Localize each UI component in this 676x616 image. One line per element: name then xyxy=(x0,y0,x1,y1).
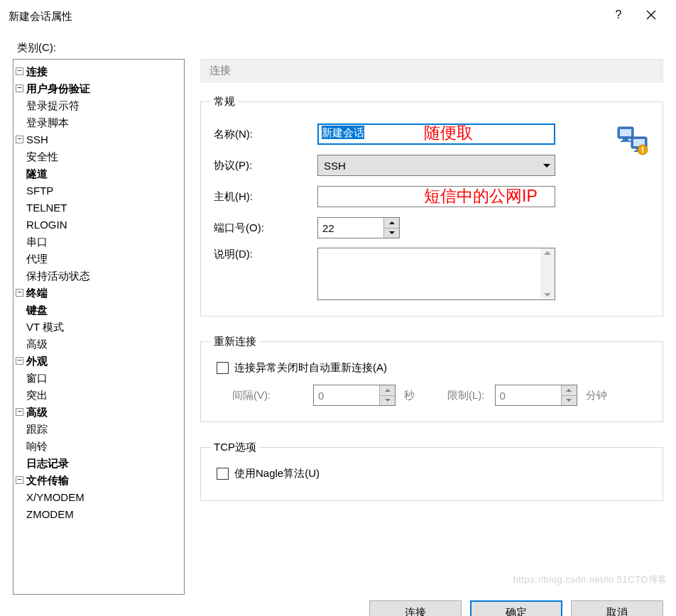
ok-button[interactable]: 确定 xyxy=(470,600,562,616)
interval-value xyxy=(314,385,379,405)
port-stepper[interactable] xyxy=(317,217,400,238)
nagle-label: 使用Nagle算法(U) xyxy=(234,467,320,480)
tree-ssh[interactable]: SSH xyxy=(26,134,48,145)
tree-tunnel[interactable]: 隧道 xyxy=(26,168,48,179)
protocol-select[interactable]: SSH xyxy=(317,155,555,176)
protocol-label: 协议(P): xyxy=(211,159,317,172)
group-reconnect-legend: 重新连接 xyxy=(211,335,259,348)
spin-up-icon xyxy=(562,385,577,396)
name-label: 名称(N): xyxy=(211,128,317,141)
spin-up-icon xyxy=(380,385,395,396)
tree-zmodem[interactable]: ZMODEM xyxy=(26,509,74,519)
group-general: 常规 xyxy=(200,95,663,317)
category-label: 类别(C): xyxy=(17,41,663,55)
chevron-down-icon xyxy=(543,164,550,167)
expand-icon[interactable] xyxy=(16,67,23,75)
spin-down-icon[interactable] xyxy=(384,229,399,238)
limit-unit: 分钟 xyxy=(586,389,607,402)
tree-login-prompt[interactable]: 登录提示符 xyxy=(26,100,80,111)
tree-terminal[interactable]: 终端 xyxy=(26,287,48,298)
scrollbar[interactable] xyxy=(540,248,555,299)
tree-serial[interactable]: 串口 xyxy=(26,236,48,247)
tree-vtmode[interactable]: VT 模式 xyxy=(26,321,64,332)
expand-icon[interactable] xyxy=(16,476,23,484)
tree-rlogin[interactable]: RLOGIN xyxy=(26,219,67,230)
nagle-checkbox[interactable] xyxy=(217,468,229,480)
expand-icon[interactable] xyxy=(16,136,23,143)
tree-file-transfer[interactable]: 文件传输 xyxy=(26,475,69,485)
tree-highlight[interactable]: 突出 xyxy=(26,390,48,400)
dialog-buttons: 连接 确定 取消 xyxy=(13,600,663,616)
port-value[interactable] xyxy=(318,218,383,238)
tree-advanced-t[interactable]: 高级 xyxy=(26,339,48,349)
expand-icon[interactable] xyxy=(16,84,23,92)
tree-telnet[interactable]: TELNET xyxy=(26,202,67,213)
expand-icon[interactable] xyxy=(16,289,23,297)
limit-value xyxy=(496,385,561,405)
svg-rect-12 xyxy=(642,151,643,153)
name-value: 新建会话 xyxy=(322,126,364,139)
limit-label: 限制(L): xyxy=(447,389,485,402)
port-label: 端口号(O): xyxy=(211,221,317,235)
tree-bell[interactable]: 响铃 xyxy=(26,441,48,451)
spin-down-icon xyxy=(380,396,395,406)
close-button[interactable] xyxy=(635,0,667,30)
tree-appearance[interactable]: 外观 xyxy=(26,356,48,366)
expand-icon[interactable] xyxy=(16,408,23,416)
tree-auth[interactable]: 用户身份验证 xyxy=(26,83,90,94)
tree-trace[interactable]: 跟踪 xyxy=(26,424,48,434)
expand-icon[interactable] xyxy=(16,357,23,365)
tree-proxy[interactable]: 代理 xyxy=(26,253,48,264)
scroll-up-icon xyxy=(544,251,551,255)
host-input[interactable] xyxy=(317,186,555,207)
window-title: 新建会话属性 xyxy=(9,7,602,23)
interval-stepper xyxy=(313,385,396,406)
limit-stepper xyxy=(495,385,577,406)
host-label: 主机(H): xyxy=(211,190,317,204)
connect-button[interactable]: 连接 xyxy=(369,600,462,616)
spin-up-icon[interactable] xyxy=(384,218,399,229)
group-reconnect: 重新连接 连接异常关闭时自动重新连接(A) 间隔(V): 秒 xyxy=(200,335,663,422)
tree-connection[interactable]: 连接 xyxy=(26,66,48,77)
interval-unit: 秒 xyxy=(404,389,415,402)
interval-label: 间隔(V): xyxy=(232,389,309,402)
group-tcp-legend: TCP选项 xyxy=(211,441,259,454)
cancel-button[interactable]: 取消 xyxy=(571,600,663,616)
tree-sftp[interactable]: SFTP xyxy=(26,185,53,196)
reconnect-checkbox-label: 连接异常关闭时自动重新连接(A) xyxy=(234,361,387,375)
desc-label: 说明(D): xyxy=(211,248,317,261)
titlebar: 新建会话属性 ? xyxy=(0,0,676,30)
tree-advanced[interactable]: 高级 xyxy=(26,407,48,417)
tree-security[interactable]: 安全性 xyxy=(26,151,58,162)
tree-keyboard[interactable]: 键盘 xyxy=(26,304,48,315)
group-general-legend: 常规 xyxy=(211,95,238,109)
tree-keepalive[interactable]: 保持活动状态 xyxy=(26,270,90,281)
tree-logging[interactable]: 日志记录 xyxy=(26,458,69,468)
panel-title: 连接 xyxy=(209,64,231,77)
svg-rect-11 xyxy=(642,147,643,150)
group-tcp: TCP选项 使用Nagle算法(U) xyxy=(200,441,663,501)
panel-header: 连接 xyxy=(200,59,663,82)
protocol-value: SSH xyxy=(324,160,346,172)
scroll-down-icon xyxy=(544,293,551,297)
category-tree[interactable]: 连接 用户身份验证 登录提示符 登录脚本 SSH 安全性 xyxy=(13,59,185,595)
spin-down-icon xyxy=(562,396,577,406)
tree-window[interactable]: 窗口 xyxy=(26,373,48,383)
name-input[interactable]: 新建会话 xyxy=(317,123,555,145)
reconnect-checkbox[interactable] xyxy=(217,362,229,374)
description-textarea[interactable] xyxy=(317,248,555,300)
tree-xymodem[interactable]: X/YMODEM xyxy=(26,492,84,502)
close-icon xyxy=(646,10,656,20)
tree-login-script[interactable]: 登录脚本 xyxy=(26,117,69,128)
help-button[interactable]: ? xyxy=(602,0,635,30)
